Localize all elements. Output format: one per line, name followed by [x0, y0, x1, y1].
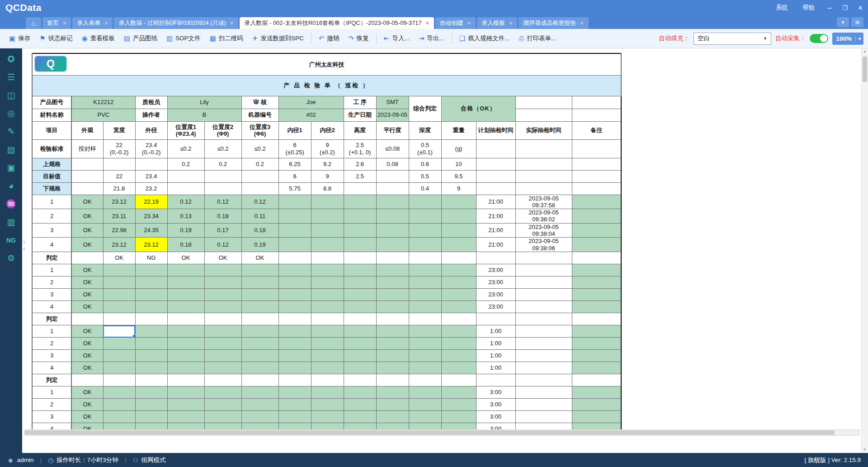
cell[interactable]: 23:00	[476, 289, 515, 301]
cell[interactable]	[441, 325, 476, 338]
target-icon[interactable]: ◎	[3, 106, 19, 120]
cell[interactable]: 0.17	[204, 223, 241, 238]
cell[interactable]	[476, 182, 515, 195]
cell[interactable]	[204, 276, 241, 289]
cell[interactable]: 0.13	[167, 209, 204, 224]
close-tab-icon[interactable]: ✕	[467, 20, 471, 26]
cell[interactable]: 4	[32, 238, 71, 252]
cell[interactable]	[278, 338, 311, 350]
cell[interactable]	[441, 238, 476, 252]
cell[interactable]: 22.98	[103, 223, 135, 238]
cell[interactable]	[344, 289, 376, 301]
cell[interactable]: 3	[32, 411, 71, 423]
cell[interactable]: OK	[71, 289, 103, 301]
cell[interactable]	[311, 325, 344, 338]
cell[interactable]: 下规格	[32, 182, 71, 195]
cell[interactable]	[241, 289, 278, 301]
cell[interactable]: 合格（OK）	[441, 96, 515, 121]
cell[interactable]: 1	[32, 264, 71, 276]
cell[interactable]: 2023-09-05 09:38:04	[515, 223, 572, 238]
cell[interactable]: 0.2	[167, 158, 204, 170]
cell[interactable]	[344, 276, 376, 289]
cell[interactable]: OK	[71, 238, 103, 252]
tab-3[interactable]: 录入数据 - 002-太友科技R016首检单（IPQC）-2023-09-05-…	[240, 17, 434, 29]
tab-6[interactable]: 搅拌器成品检查报告✕	[519, 17, 588, 29]
cell[interactable]	[515, 362, 572, 374]
cell[interactable]	[376, 276, 409, 289]
cell[interactable]	[135, 374, 167, 386]
cell[interactable]: 备注	[572, 121, 621, 139]
cell[interactable]: 23.4 (0,-0.2)	[135, 139, 167, 158]
cell[interactable]	[409, 238, 441, 252]
cell[interactable]	[103, 301, 135, 313]
cell[interactable]	[515, 170, 572, 182]
cell[interactable]: 1:00	[476, 338, 515, 350]
menu-help[interactable]: 帮助	[795, 4, 822, 12]
cell[interactable]	[278, 276, 311, 289]
cell[interactable]	[572, 386, 621, 399]
cell[interactable]	[241, 264, 278, 276]
cell[interactable]: 位置度1 (Φ23.4)	[167, 121, 204, 139]
cell[interactable]: 1:00	[476, 350, 515, 362]
cell[interactable]	[311, 411, 344, 423]
collapse-left-icon[interactable]: ‹	[23, 245, 25, 252]
cell[interactable]: OK	[71, 223, 103, 238]
cell[interactable]	[241, 338, 278, 350]
cell[interactable]: 内径1	[278, 121, 311, 139]
cell[interactable]: ≤0.2	[167, 139, 204, 158]
cell[interactable]: K12212	[71, 96, 135, 109]
cell[interactable]: OK	[71, 386, 103, 399]
cell[interactable]: 产 品 检 验 单 （ 巡检 ）	[32, 75, 621, 96]
cell[interactable]	[167, 374, 204, 386]
cell[interactable]: 平行度	[376, 121, 409, 139]
cell[interactable]	[376, 238, 409, 252]
selected-cell[interactable]	[103, 325, 135, 338]
cell[interactable]	[376, 338, 409, 350]
cell[interactable]	[376, 386, 409, 399]
cell[interactable]	[103, 158, 135, 170]
tab-2[interactable]: 录入数据 - 过程控制评审03020924 (只读)✕	[114, 17, 238, 29]
menu-system[interactable]: 系统	[769, 4, 795, 12]
redo-button[interactable]: ↷恢复	[344, 32, 373, 45]
tab-4[interactable]: 自动创建✕	[435, 17, 476, 29]
cell[interactable]	[278, 411, 311, 423]
cell[interactable]: 6	[278, 170, 311, 182]
cell[interactable]	[135, 158, 167, 170]
tab-0[interactable]: 首页✕	[42, 17, 71, 29]
cell[interactable]	[515, 182, 572, 195]
cell[interactable]	[241, 362, 278, 374]
autocollect-toggle[interactable]	[810, 34, 828, 43]
cell[interactable]	[135, 362, 167, 374]
cell[interactable]: 0.08	[376, 158, 409, 170]
cell[interactable]: 23.11	[103, 209, 135, 224]
cell[interactable]: 0.12	[204, 195, 241, 209]
cell[interactable]	[441, 386, 476, 399]
cell[interactable]	[103, 362, 135, 374]
horizontal-scrollbar-thumb[interactable]	[25, 430, 835, 435]
cell[interactable]	[515, 252, 572, 264]
undo-button[interactable]: ↶撤销	[314, 32, 344, 45]
cell[interactable]	[515, 313, 572, 325]
cell[interactable]: ≤0.2	[204, 139, 241, 158]
cell[interactable]: 0.4	[409, 182, 441, 195]
cell[interactable]	[167, 362, 204, 374]
cell[interactable]	[241, 411, 278, 423]
cell[interactable]	[135, 350, 167, 362]
cell[interactable]	[409, 195, 441, 209]
cell[interactable]	[515, 264, 572, 276]
cell[interactable]	[409, 338, 441, 350]
cell[interactable]	[572, 276, 621, 289]
cell[interactable]: 21:00	[476, 195, 515, 209]
cell[interactable]	[241, 350, 278, 362]
cell[interactable]	[515, 411, 572, 423]
cell[interactable]	[135, 338, 167, 350]
cell[interactable]	[241, 170, 278, 182]
send-to-spc-button[interactable]: ✈发送数据到SPC	[248, 32, 308, 45]
cell[interactable]	[344, 313, 376, 325]
cell[interactable]	[204, 374, 241, 386]
cell[interactable]: 23.12	[135, 238, 167, 252]
cell[interactable]: 综合判定	[409, 96, 441, 121]
vertical-scrollbar[interactable]: ▲ ▼	[861, 48, 868, 453]
cell[interactable]	[311, 374, 344, 386]
cell[interactable]	[409, 289, 441, 301]
